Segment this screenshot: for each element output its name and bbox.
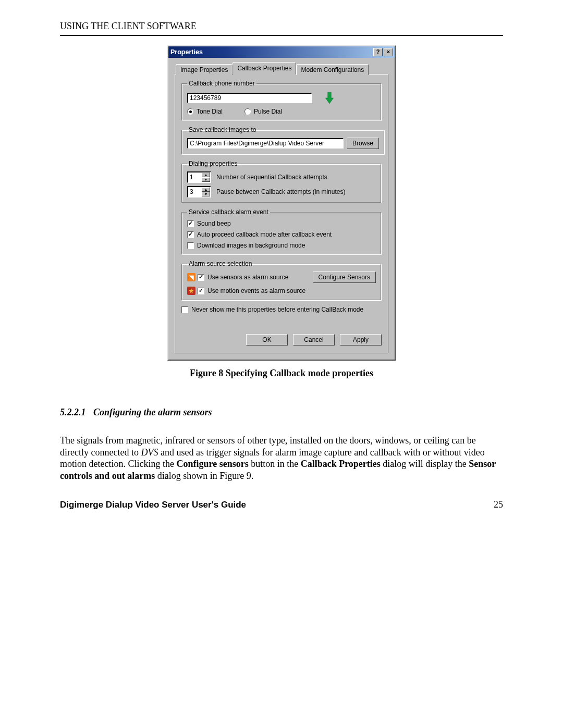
group-save-to: Save callback images to Browse [181, 126, 385, 155]
radio-dot-icon [244, 108, 251, 115]
phone-input[interactable] [187, 93, 312, 103]
label-auto-proceed: Auto proceed callback mode after callbac… [197, 231, 332, 238]
checkbox-use-motion[interactable]: Use motion events as alarm source [198, 287, 305, 294]
spinner-up-icon[interactable]: ▲ [202, 187, 210, 192]
legend-callback-phone: Callback phone number [187, 80, 256, 87]
browse-button[interactable]: Browse [347, 138, 379, 149]
checkbox-never-show[interactable]: Never show me this properties before ent… [181, 306, 363, 313]
apply-button[interactable]: Apply [340, 334, 382, 346]
radio-pulse-label: Pulse Dial [254, 108, 282, 115]
pause-label: Pause between Callback attempts (in minu… [216, 188, 345, 195]
legend-save-to: Save callback images to [187, 126, 258, 133]
tab-modem-configurations[interactable]: Modem Configurations [296, 64, 369, 75]
pause-value: 3 [188, 187, 202, 196]
legend-alarm: Alarm source selection [187, 260, 253, 267]
tab-panel: Callback phone number Tone Dial [175, 74, 388, 353]
properties-dialog: Properties ? × Image Properties Callback… [167, 45, 396, 361]
close-button[interactable]: × [384, 48, 393, 56]
footer-doc-title: Digimerge Dialup Video Server User's Gui… [60, 500, 246, 510]
label-use-motion: Use motion events as alarm source [207, 287, 305, 294]
body-paragraph: The signals from magnetic, infrared or s… [60, 435, 503, 482]
configure-sensors-button[interactable]: Configure Sensors [313, 272, 376, 283]
group-service: Service callback alarm event Sound beep … [181, 208, 382, 255]
checkbox-auto-proceed[interactable]: Auto proceed callback mode after callbac… [187, 231, 332, 238]
group-callback-phone: Callback phone number Tone Dial [181, 80, 382, 121]
subsection-title: Configuring the alarm sensors [93, 407, 212, 418]
header-rule [60, 35, 503, 36]
spinner-down-icon[interactable]: ▼ [202, 177, 210, 182]
save-path-input[interactable] [187, 138, 344, 149]
group-alarm-source: Alarm source selection ◥ Use sensors as … [181, 260, 382, 301]
checkbox-icon [198, 288, 204, 294]
cancel-button[interactable]: Cancel [293, 334, 335, 346]
tab-image-properties[interactable]: Image Properties [176, 64, 232, 75]
radio-pulse-dial[interactable]: Pulse Dial [244, 108, 282, 115]
sensor-icon: ◥ [187, 273, 195, 281]
radio-tone-dial[interactable]: Tone Dial [187, 108, 223, 115]
attempts-stepper[interactable]: 1 ▲ ▼ [187, 171, 211, 183]
checkbox-download-bg[interactable]: Download images in background mode [187, 242, 305, 249]
checkbox-sound-beep[interactable]: Sound beep [187, 220, 231, 227]
ok-button[interactable]: OK [246, 334, 288, 346]
attempts-label: Number of sequential Callback attempts [216, 174, 327, 181]
label-use-sensors: Use sensors as alarm source [207, 274, 288, 281]
legend-service: Service callback alarm event [187, 208, 270, 216]
pause-stepper[interactable]: 3 ▲ ▼ [187, 186, 211, 198]
checkbox-icon [187, 242, 194, 249]
figure-caption: Figure 8 Specifying Callback mode proper… [60, 368, 503, 379]
checkbox-use-sensors[interactable]: Use sensors as alarm source [198, 274, 288, 281]
legend-dialing: Dialing properties [187, 160, 239, 167]
radio-tone-label: Tone Dial [197, 108, 223, 115]
checkbox-icon [187, 231, 194, 238]
label-never-show: Never show me this properties before ent… [191, 306, 363, 313]
radio-dot-icon [187, 108, 193, 115]
motion-icon: ★ [187, 287, 195, 295]
checkbox-icon [187, 220, 194, 227]
subsection-number: 5.2.2.1 [60, 407, 93, 418]
dialog-titlebar: Properties ? × [168, 46, 395, 58]
label-sound-beep: Sound beep [197, 220, 231, 227]
tab-callback-properties[interactable]: Callback Properties [232, 62, 296, 75]
arrow-icon [323, 91, 336, 105]
group-dialing: Dialing properties 1 ▲ ▼ Number of seque… [181, 160, 382, 203]
spinner-up-icon[interactable]: ▲ [202, 172, 210, 177]
page-number: 25 [494, 499, 503, 510]
dialog-title: Properties [170, 48, 203, 56]
spinner-down-icon[interactable]: ▼ [202, 192, 210, 196]
tab-strip: Image Properties Callback Properties Mod… [175, 62, 388, 75]
checkbox-icon [198, 274, 204, 281]
checkbox-icon [181, 306, 188, 313]
help-button[interactable]: ? [373, 48, 383, 56]
section-header: USING THE CLIENT SOFTWARE [60, 21, 503, 32]
attempts-value: 1 [188, 172, 202, 182]
label-download-bg: Download images in background mode [197, 242, 305, 249]
